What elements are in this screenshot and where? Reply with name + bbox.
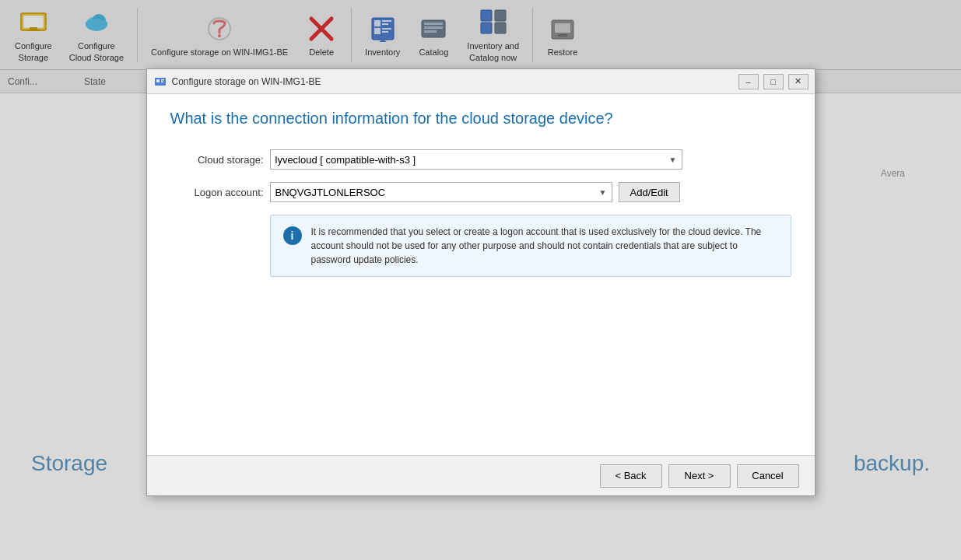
cloud-storage-dropdown-arrow: ▼	[669, 156, 677, 164]
dialog-footer: < Back Next > Cancel	[147, 455, 815, 495]
cloud-storage-label: Cloud storage:	[170, 154, 264, 166]
modal-overlay: Configure storage on WIN-IMG1-BE – □ ✕ W…	[0, 0, 961, 560]
cancel-button[interactable]: Cancel	[737, 464, 799, 488]
dialog-title-text: Configure storage on WIN-IMG1-BE	[172, 76, 734, 87]
dialog-titlebar: Configure storage on WIN-IMG1-BE – □ ✕	[147, 69, 815, 94]
logon-account-value: BNQVGJTLONLERSOC	[275, 187, 386, 198]
next-button[interactable]: Next >	[668, 464, 731, 488]
svg-rect-32	[156, 79, 160, 82]
back-button[interactable]: < Back	[600, 464, 662, 488]
dialog-body: What is the connection information for t…	[147, 94, 815, 455]
svg-rect-34	[161, 81, 163, 82]
info-text: It is recommended that you select or cre…	[311, 225, 778, 267]
cloud-storage-select[interactable]: lyvecloud [ compatible-with-s3 ] ▼	[270, 149, 682, 170]
info-box: i It is recommended that you select or c…	[270, 215, 791, 277]
maximize-button[interactable]: □	[763, 74, 784, 89]
logon-account-dropdown-arrow: ▼	[599, 188, 607, 197]
close-button[interactable]: ✕	[788, 74, 808, 89]
logon-account-row: Logon account: BNQVGJTLONLERSOC ▼ Add/Ed…	[170, 182, 791, 202]
configure-storage-dialog: Configure storage on WIN-IMG1-BE – □ ✕ W…	[146, 68, 815, 496]
info-icon: i	[283, 226, 302, 245]
cloud-storage-value: lyvecloud [ compatible-with-s3 ]	[275, 154, 416, 166]
logon-account-select[interactable]: BNQVGJTLONLERSOC ▼	[270, 182, 612, 202]
add-edit-button[interactable]: Add/Edit	[619, 182, 680, 202]
minimize-button[interactable]: –	[738, 74, 759, 89]
logon-account-label: Logon account:	[170, 187, 264, 198]
dialog-title-icon	[153, 75, 167, 89]
dialog-question: What is the connection information for t…	[170, 110, 791, 128]
svg-rect-33	[161, 79, 164, 81]
cloud-storage-row: Cloud storage: lyvecloud [ compatible-wi…	[170, 149, 791, 170]
